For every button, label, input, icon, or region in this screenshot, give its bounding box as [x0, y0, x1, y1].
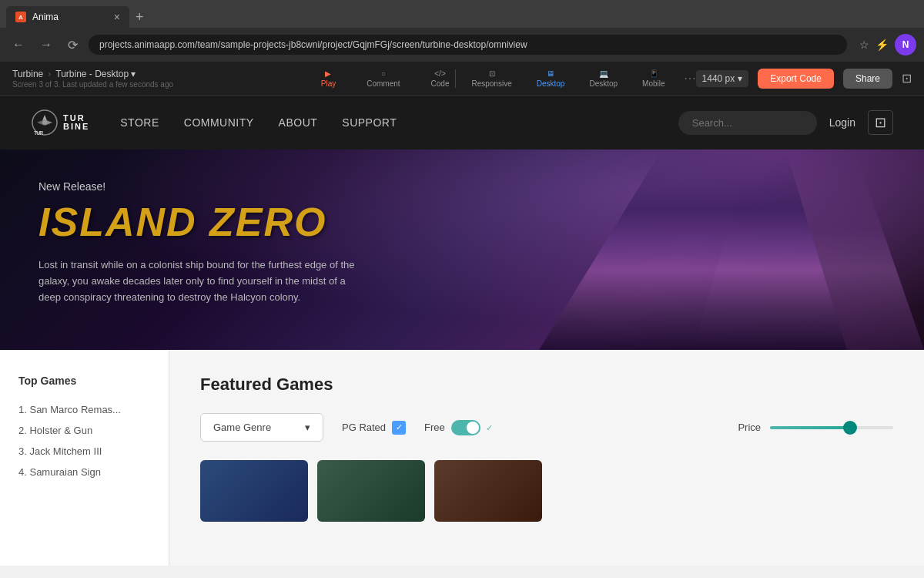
mobile-label: Mobile [642, 79, 665, 88]
px-value: 1440 px [702, 73, 735, 84]
breadcrumb-chevron: › [48, 69, 51, 79]
free-toggle[interactable]: ✓ [451, 420, 480, 435]
sidebar-name-4: Samuraian Sign [29, 466, 101, 478]
featured-games-title: Featured Games [200, 375, 893, 395]
reload-button[interactable]: ⟳ [63, 35, 82, 55]
game-card-1[interactable] [200, 460, 308, 522]
site-menu: STORE COMMUNITY ABOUT SUPPORT [120, 116, 678, 129]
code-tool-button[interactable]: </> Code [425, 66, 456, 91]
browser-tab-bar: A Anima × + [0, 0, 924, 28]
filters-row: Game Genre ▾ PG Rated ✓ Free ✓ [200, 413, 893, 442]
export-code-button[interactable]: Export Code [758, 69, 834, 89]
svg-point-1 [42, 120, 47, 125]
game-card-3[interactable] [434, 460, 542, 522]
breadcrumb-root[interactable]: Turbine [12, 69, 43, 79]
sidebar-item-3[interactable]: 3. Jack Mitchem III [18, 441, 150, 462]
nav-item-store[interactable]: STORE [120, 116, 159, 129]
sidebar-rank-2: 2. [18, 425, 27, 436]
price-filter: Price [738, 422, 893, 433]
responsive-label: Responsive [471, 79, 511, 88]
genre-placeholder: Game Genre [213, 422, 271, 433]
logo-text: TUR BINE [63, 114, 89, 131]
site-logo[interactable]: TUR BINE TUR BINE [31, 109, 89, 136]
tab-title: Anima [32, 12, 59, 22]
code-label: Code [431, 79, 450, 88]
toggle-thumb: ✓ [467, 422, 479, 434]
nav-item-about[interactable]: ABOUT [279, 116, 318, 129]
svg-text:BINE: BINE [34, 136, 45, 136]
laptop-icon: 💻 [599, 69, 608, 78]
desktop2-label: Desktop [589, 79, 618, 88]
desktop2-mode-button[interactable]: 💻 Desktop [583, 66, 624, 91]
hero-tag: New Release! [38, 180, 362, 193]
pg-rated-filter: PG Rated ✓ [342, 421, 406, 435]
search-input[interactable] [678, 111, 817, 135]
price-slider[interactable] [770, 426, 893, 429]
game-card-3-image [434, 460, 542, 522]
checkmark-icon: ✓ [396, 422, 403, 432]
comment-icon: ○ [381, 69, 386, 78]
sidebar-item-4[interactable]: 4. Samuraian Sign [18, 462, 150, 482]
anima-breadcrumb: Turbine › Turbine - Desktop ▾ Screen 3 o… [12, 69, 315, 89]
responsive-mode-button[interactable]: ⊡ Responsive [465, 66, 517, 91]
mobile-icon: 📱 [649, 69, 658, 78]
forward-button[interactable]: → [35, 35, 57, 55]
toggle-check-icon: ✓ [486, 423, 493, 433]
address-bar[interactable] [89, 35, 847, 55]
comment-tool-button[interactable]: ○ Comment [360, 66, 406, 91]
back-button[interactable]: ← [8, 35, 29, 55]
mobile-mode-button[interactable]: 📱 Mobile [636, 66, 671, 91]
hero-section: New Release! ISLAND ZERO Lost in transit… [0, 150, 924, 350]
user-avatar[interactable]: N [895, 34, 916, 55]
sidebar-title: Top Games [18, 375, 150, 387]
game-card-1-image [200, 460, 308, 522]
sidebar-name-1: San Marco Remas... [29, 404, 121, 415]
tab-favicon: A [15, 12, 26, 22]
genre-select[interactable]: Game Genre ▾ [200, 413, 323, 442]
breadcrumb-current[interactable]: Turbine - Desktop ▾ [55, 69, 136, 79]
breadcrumb-subtitle: Screen 3 of 3. Last updated a few second… [12, 80, 173, 89]
game-cards-row [200, 460, 893, 522]
nav-item-community[interactable]: COMMUNITY [184, 116, 254, 129]
fullscreen-icon[interactable]: ⊡ [868, 110, 893, 135]
anima-toolbar: Turbine › Turbine - Desktop ▾ Screen 3 o… [0, 62, 924, 96]
sidebar-item-1[interactable]: 1. San Marco Remas... [18, 399, 150, 420]
tab-close-button[interactable]: × [114, 11, 120, 23]
desktop-mode-button[interactable]: 🖥 Desktop [531, 66, 571, 91]
website-preview: TUR BINE TUR BINE STORE COMMUNITY ABOUT … [0, 96, 924, 566]
free-filter: Free ✓ [424, 420, 480, 435]
browser-tab[interactable]: A Anima × [6, 6, 129, 28]
price-slider-thumb[interactable] [843, 421, 857, 435]
share-button[interactable]: Share [843, 69, 892, 89]
bookmark-icon[interactable]: ☆ [859, 39, 869, 51]
turbine-logo-icon: TUR BINE [31, 109, 59, 136]
extension-icon[interactable]: ⚡ [875, 39, 889, 51]
genre-dropdown-arrow: ▾ [305, 422, 310, 433]
anima-tools: ▶ Play ○ Comment </> Code [315, 66, 456, 91]
price-label: Price [738, 422, 761, 433]
sidebar-item-2[interactable]: 2. Holster & Gun [18, 420, 150, 441]
game-card-2[interactable] [317, 460, 425, 522]
sidebar-rank-1: 1. [18, 404, 27, 415]
browser-nav-bar: ← → ⟳ ☆ ⚡ N [0, 28, 924, 62]
price-slider-fill [770, 426, 850, 429]
login-link[interactable]: Login [829, 116, 855, 129]
desktop-label: Desktop [537, 79, 565, 88]
sidebar-name-2: Holster & Gun [29, 425, 92, 436]
toolbar-divider [455, 69, 456, 88]
more-options-icon[interactable]: ⋯ [684, 71, 696, 86]
toolbar-right: 1440 px ▾ Export Code Share ⊡ [696, 69, 912, 89]
hero-description: Lost in transit while on a colonist ship… [38, 257, 362, 305]
sidebar: Top Games 1. San Marco Remas... 2. Holst… [0, 350, 169, 566]
px-selector[interactable]: 1440 px ▾ [696, 70, 749, 87]
nav-item-support[interactable]: SUPPORT [342, 116, 397, 129]
hero-content: New Release! ISLAND ZERO Lost in transit… [38, 180, 362, 305]
pg-rated-label: PG Rated [342, 422, 386, 433]
lower-section: Top Games 1. San Marco Remas... 2. Holst… [0, 350, 924, 566]
expand-icon[interactable]: ⊡ [902, 71, 912, 86]
browser-action-icons: ☆ ⚡ N [859, 34, 916, 55]
pg-rated-checkbox[interactable]: ✓ [392, 421, 406, 435]
code-icon: </> [434, 69, 445, 78]
play-tool-button[interactable]: ▶ Play [315, 66, 342, 91]
new-tab-button[interactable]: + [136, 10, 144, 24]
